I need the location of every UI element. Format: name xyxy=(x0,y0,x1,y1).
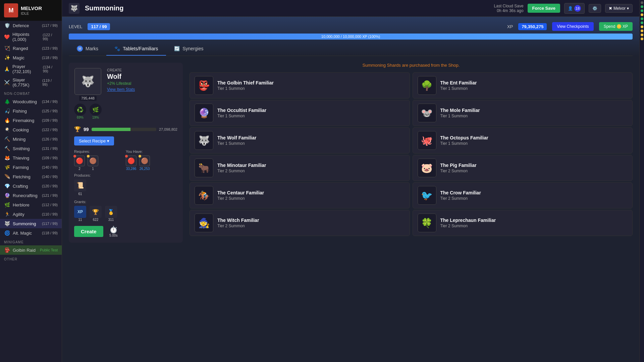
spend-xp-button[interactable]: Spend 🪙 XP xyxy=(599,22,633,31)
sidebar-item-woodcutting[interactable]: 🌲Woodcutting (134 / 99) xyxy=(0,97,62,106)
fishing-icon: 🎣 xyxy=(4,108,10,114)
familiar-wolf[interactable]: 🐺 The Wolf Familiar Tier 1 Summon xyxy=(190,127,410,154)
view-checkpoints-button[interactable]: View Checkpoints xyxy=(552,22,593,31)
familiar-ent[interactable]: 🌳 The Ent Familiar Tier 1 Summon xyxy=(413,72,633,99)
sidebar-item-fletching[interactable]: 🪶Fletching (140 / 99) xyxy=(0,172,62,181)
ranged-icon: 🏹 xyxy=(4,45,10,51)
familiar-centaur-tier: Tier 2 Summon xyxy=(217,196,405,201)
skill-icon: 🐺 xyxy=(69,3,79,14)
familiar-golbin-thief[interactable]: 👺 The Golbin Thief Familiar Tier 1 Summo… xyxy=(190,72,410,99)
scroll-indicator-6 xyxy=(641,25,643,28)
familiar-row-0: 👺 The Golbin Thief Familiar Tier 1 Summo… xyxy=(190,72,633,99)
tab-synergies[interactable]: 🔄 Synergies xyxy=(166,42,211,56)
crafting-icon: 💎 xyxy=(4,183,10,189)
familiar-ent-tier: Tier 1 Summon xyxy=(440,86,628,91)
craft-info: CREATE Wolf +2% Lifesteal View Item Stat… xyxy=(107,68,135,92)
familiar-wolf-info: The Wolf Familiar Tier 1 Summon xyxy=(217,135,405,146)
settings-button[interactable]: ⚙️ xyxy=(589,4,601,13)
sidebar-item-farming[interactable]: 🌾Farming (140 / 99) xyxy=(0,163,62,172)
select-recipe-button[interactable]: Select Recipe ▾ xyxy=(74,136,114,145)
familiar-mole[interactable]: 🐭 The Mole Familiar Tier 1 Summon xyxy=(413,100,633,126)
craft-item-container: 🐺 795,448 ♻️ 69% 🌿 19% xyxy=(74,68,102,122)
familiar-centaur[interactable]: 🏇 The Centaur Familiar Tier 2 Summon xyxy=(190,182,410,208)
mastery-icons: ♻️ 69% 🌿 19% xyxy=(74,104,102,119)
produces-item: 📜 61 xyxy=(74,179,86,196)
non-combat-label: NON-COMBAT xyxy=(0,89,62,97)
craft-panel: 🐺 795,448 ♻️ 69% 🌿 19% xyxy=(69,63,183,243)
sidebar-item-goblin-raid[interactable]: 👺Golbin Raid Public Test xyxy=(0,245,62,255)
familiar-leprechaun[interactable]: 🍀 The Leprechaun Familiar Tier 2 Summon xyxy=(413,210,633,236)
produces-count: 61 xyxy=(78,192,82,196)
skill-content: LEVEL 117 / 99 XP 79,350,275 View Checkp… xyxy=(62,17,639,362)
sidebar-item-runecrafting[interactable]: 🔮Runecrafting (121 / 99) xyxy=(0,191,62,200)
produces-label: Produces: xyxy=(74,173,177,177)
force-save-button[interactable]: Force Save xyxy=(528,4,560,13)
familiar-octopus[interactable]: 🐙 The Octopus Familiar Tier 1 Summon xyxy=(413,127,633,154)
familiar-occultist-name: The Occultist Familiar xyxy=(217,108,405,113)
tab-marks[interactable]: M Marks xyxy=(69,42,106,56)
familiar-centaur-name: The Centaur Familiar xyxy=(217,190,405,195)
sidebar-item-defence[interactable]: 🛡️ Defence (117 / 99) xyxy=(0,21,62,30)
you-have-label: You Have: xyxy=(126,149,177,154)
grants-row: XP 11 🏆 622 🥇 311 xyxy=(74,206,177,222)
familiar-wolf-name: The Wolf Familiar xyxy=(217,135,405,140)
familiar-witch[interactable]: 🧙 The Witch Familiar Tier 2 Summon xyxy=(190,210,410,236)
sidebar-item-firemaking[interactable]: 🔥Firemaking (109 / 99) xyxy=(0,116,62,125)
view-item-stats-link[interactable]: View Item Stats xyxy=(107,87,135,92)
grant-trophy-value: 622 xyxy=(93,218,99,222)
sidebar-label-slayer: Slayer (6,775K) xyxy=(13,77,42,87)
familiar-witch-img: 🧙 xyxy=(195,214,213,232)
xp-label: XP xyxy=(507,24,513,29)
goblin-raid-icon: 👺 xyxy=(4,247,10,253)
sidebar-item-magic[interactable]: ✨ Magic (118 / 99) xyxy=(0,53,62,62)
requires-items: 🔴 2 🟤 1 xyxy=(74,156,126,171)
familiar-octopus-img: 🐙 xyxy=(418,131,436,150)
create-button[interactable]: Create xyxy=(74,226,103,237)
runecrafting-icon: 🔮 xyxy=(4,192,10,198)
sidebar-item-agility[interactable]: 🏃Agility (110 / 99) xyxy=(0,209,62,219)
sidebar-item-smithing[interactable]: 🔨Smithing (131 / 99) xyxy=(0,144,62,153)
have-item-1: 🟤 26,253 xyxy=(139,156,150,171)
grant-xp-value: 11 xyxy=(78,218,82,222)
sidebar-item-ranged[interactable]: 🏹 Ranged (123 / 99) xyxy=(0,44,62,53)
familiar-crow[interactable]: 🐦 The Crow Familiar Tier 2 Summon xyxy=(413,182,633,208)
requires-label: Requires: xyxy=(74,149,126,154)
select-recipe-label: Select Recipe xyxy=(79,138,106,143)
sidebar-item-summoning[interactable]: 🐺Summoning (117 / 99) xyxy=(0,219,62,228)
grants-label: Grants: xyxy=(74,200,177,204)
timer-icon: ⏱️ xyxy=(109,226,118,234)
user-menu-button[interactable]: ✖ Melvor ▾ xyxy=(605,4,633,13)
have-items: 🔴 33,286 🟤 26,253 xyxy=(126,156,177,171)
familiar-wolf-tier: Tier 1 Summon xyxy=(217,141,405,146)
cloud-save-label: Last Cloud Save xyxy=(494,4,524,8)
familiar-occultist[interactable]: 🔮 The Occultist Familiar Tier 1 Summon xyxy=(190,100,410,126)
craft-level: 99 xyxy=(84,127,89,132)
sidebar-item-slayer[interactable]: ⚔️ Slayer (6,775K) (119 / 99) xyxy=(0,76,62,89)
sidebar-item-alt-magic[interactable]: 🌀Alt. Magic (118 / 99) xyxy=(0,228,62,238)
familiar-minotaur-info: The Minotaur Familiar Tier 2 Summon xyxy=(217,163,405,173)
familiar-crow-name: The Crow Familiar xyxy=(440,190,628,195)
sidebar-item-fishing[interactable]: 🎣Fishing (125 / 99) xyxy=(0,106,62,116)
sidebar-item-herblore[interactable]: 🌿Herblore (112 / 99) xyxy=(0,200,62,209)
fletching-icon: 🪶 xyxy=(4,174,10,180)
familiar-minotaur[interactable]: 🐂 The Minotaur Familiar Tier 2 Summon xyxy=(190,155,410,181)
marks-icon: M xyxy=(77,46,83,52)
familiar-golbin-thief-tier: Tier 1 Summon xyxy=(217,86,405,91)
req-item-0: 🔴 2 xyxy=(74,156,85,171)
agility-icon: 🏃 xyxy=(4,211,10,217)
familiar-row-5: 🧙 The Witch Familiar Tier 2 Summon 🍀 The… xyxy=(190,210,633,236)
sidebar-item-thieving[interactable]: 🦊Thieving (109 / 99) xyxy=(0,153,62,163)
tab-tablets-familiars[interactable]: 🐾 Tablets/Familiars xyxy=(106,42,166,56)
user-count-btn[interactable]: 👤 18 xyxy=(564,3,585,14)
sidebar-item-cooking[interactable]: 🍳Cooking (122 / 99) xyxy=(0,125,62,134)
sidebar-item-hitpoints[interactable]: ❤️ Hitpoints (1,000) (122 / 99) xyxy=(0,30,62,44)
have-icon-1: 🟤 xyxy=(139,156,150,166)
mastery-recycle-icon: ♻️ xyxy=(74,104,86,116)
sidebar-item-mining[interactable]: ⛏️Mining (126 / 99) xyxy=(0,134,62,144)
familiar-pig[interactable]: 🐷 The Pig Familiar Tier 2 Summon xyxy=(413,155,633,181)
create-item-name: Wolf xyxy=(107,73,135,80)
sidebar-item-prayer[interactable]: 🙏 Prayer (732,105) (134 / 99) xyxy=(0,62,62,76)
sidebar-item-crafting[interactable]: 💎Crafting (120 / 99) xyxy=(0,181,62,191)
smithing-icon: 🔨 xyxy=(4,145,10,152)
familiar-octopus-name: The Octopus Familiar xyxy=(440,135,628,140)
